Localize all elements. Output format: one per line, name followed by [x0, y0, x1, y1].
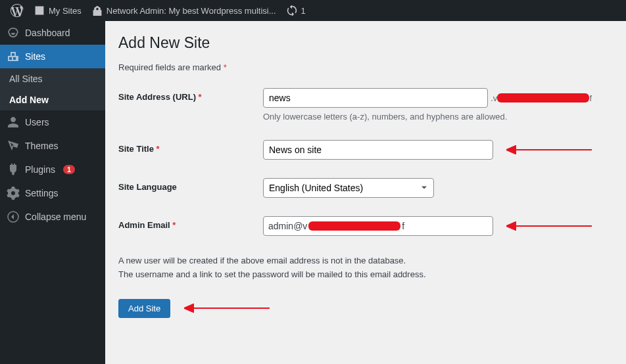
- wp-logo[interactable]: [5, 0, 29, 21]
- sidebar-collapse[interactable]: Collapse menu: [0, 205, 105, 229]
- admin-bar-network-admin[interactable]: Network Admin: My best Wordpress multisi…: [87, 0, 281, 21]
- sidebar-label: Collapse menu: [25, 212, 86, 222]
- admin-bar-network-admin-label: Network Admin: My best Wordpress multisi…: [107, 6, 276, 16]
- sidebar-label: Dashboard: [25, 28, 70, 38]
- sidebar-item-themes[interactable]: Themes: [0, 134, 105, 158]
- site-title-input[interactable]: [263, 140, 493, 160]
- admin-bar-updates[interactable]: 1: [281, 0, 311, 21]
- email-info-block: A new user will be created if the above …: [118, 254, 613, 282]
- admin-sidebar: Dashboard Sites All Sites Add New Users …: [0, 21, 105, 364]
- add-site-button[interactable]: Add Site: [118, 299, 170, 318]
- sidebar-label: Settings: [25, 188, 59, 198]
- sidebar-label: Sites: [25, 51, 45, 62]
- page-title: Add New Site: [118, 34, 613, 52]
- required-fields-note: Required fields are marked *: [118, 62, 613, 72]
- admin-bar-updates-count: 1: [301, 6, 306, 16]
- sidebar-item-sites[interactable]: Sites: [0, 45, 105, 68]
- sidebar-item-settings[interactable]: Settings: [0, 181, 105, 205]
- admin-email-label: Admin Email *: [118, 216, 263, 230]
- plugins-badge: 1: [63, 165, 75, 174]
- field-row-site-language: Site Language English (United States): [118, 178, 613, 198]
- site-address-label: Site Address (URL) *: [118, 88, 263, 102]
- field-row-site-address: Site Address (URL) * .vf Only lowercase …: [118, 88, 613, 122]
- site-language-label: Site Language: [118, 178, 263, 192]
- sidebar-subitem-add-new[interactable]: Add New: [0, 89, 105, 110]
- site-language-select[interactable]: English (United States): [263, 178, 434, 198]
- sidebar-label: Plugins: [25, 164, 55, 175]
- field-row-admin-email: Admin Email * admin@v f: [118, 216, 613, 236]
- main-content: Add New Site Required fields are marked …: [105, 21, 626, 364]
- sidebar-item-plugins[interactable]: Plugins 1: [0, 158, 105, 181]
- sidebar-subitem-all-sites[interactable]: All Sites: [0, 68, 105, 89]
- sidebar-label: Users: [25, 117, 49, 127]
- site-address-input[interactable]: [263, 88, 488, 108]
- annotation-arrow-icon: [184, 304, 270, 313]
- sidebar-label: Themes: [25, 141, 59, 151]
- sidebar-item-users[interactable]: Users: [0, 110, 105, 134]
- admin-bar: My Sites Network Admin: My best Wordpres…: [0, 0, 626, 21]
- email-info-line2: The username and a link to set the passw…: [118, 268, 613, 282]
- admin-bar-my-sites-label: My Sites: [49, 6, 82, 16]
- sidebar-item-dashboard[interactable]: Dashboard: [0, 21, 105, 45]
- admin-bar-my-sites[interactable]: My Sites: [29, 0, 87, 21]
- site-address-suffix: .vf: [491, 93, 592, 103]
- email-info-line1: A new user will be created if the above …: [118, 254, 613, 268]
- site-title-label: Site Title *: [118, 140, 263, 154]
- field-row-site-title: Site Title *: [118, 140, 613, 160]
- annotation-arrow-icon: [506, 145, 592, 154]
- admin-email-input[interactable]: [263, 216, 493, 236]
- annotation-arrow-icon: [506, 221, 592, 231]
- sidebar-submenu-sites: All Sites Add New: [0, 68, 105, 110]
- site-address-help: Only lowercase letters (a-z), numbers, a…: [263, 112, 592, 122]
